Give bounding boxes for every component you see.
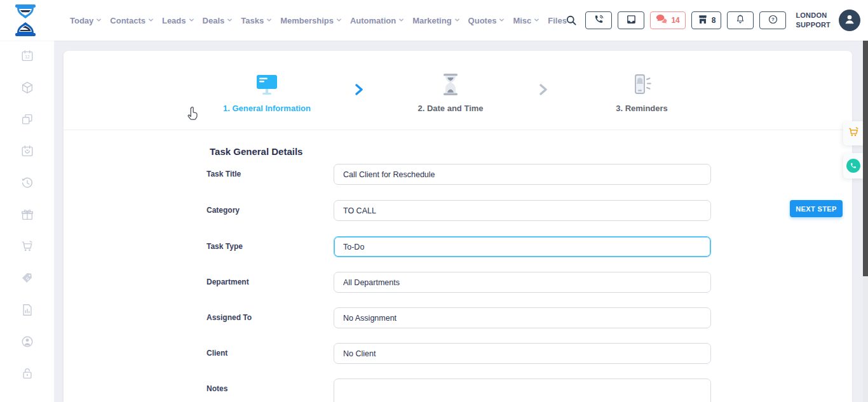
nav-item-quotes[interactable]: Quotes (468, 16, 505, 25)
sidebar-item-history[interactable] (19, 177, 36, 191)
scrollbar-thumb[interactable] (863, 41, 868, 276)
chevron-down-icon (189, 17, 194, 23)
monitor-icon (191, 74, 343, 98)
task-title-input[interactable] (334, 164, 711, 185)
field-label-category: Category (207, 206, 240, 215)
store-button[interactable]: 8 (691, 11, 722, 29)
wizard-step-date-and-time[interactable]: 2. Date and Time (374, 74, 527, 113)
chevron-down-icon (266, 17, 272, 23)
chevron-down-icon (227, 17, 233, 23)
report-icon (20, 303, 34, 319)
scrollbar-track[interactable] (863, 41, 868, 402)
history-icon (20, 176, 34, 192)
avatar[interactable] (839, 10, 860, 31)
user-circle-icon (20, 335, 34, 351)
sidebar-item-bookings[interactable] (19, 145, 36, 159)
nav-label: Contacts (110, 16, 146, 25)
avatar-person-icon (843, 12, 857, 29)
department-input[interactable] (334, 272, 711, 293)
notifications-button[interactable] (727, 11, 754, 29)
hourglass-icon (374, 74, 527, 98)
lock-icon (20, 366, 34, 383)
next-step-button[interactable]: NEXT STEP (790, 200, 843, 217)
account-name-line2: SUPPORT (796, 20, 831, 30)
floating-cart-button[interactable] (843, 121, 864, 145)
field-label-task-title: Task Title (207, 170, 241, 178)
phone-icon (846, 159, 860, 173)
inbox-button[interactable] (618, 11, 644, 29)
chevron-down-icon (499, 17, 505, 23)
sidebar-item-shop[interactable] (19, 241, 36, 255)
topbar: Today Contacts Leads Deals Tasks Members… (0, 0, 868, 41)
task-type-input[interactable] (334, 236, 711, 257)
sidebar-item-staff[interactable] (19, 336, 36, 350)
cart-icon (847, 126, 860, 141)
nav-item-marketing[interactable]: Marketing (412, 16, 459, 25)
nav-item-tasks[interactable]: Tasks (241, 16, 272, 25)
search-icon[interactable] (564, 13, 578, 27)
main-nav: Today Contacts Leads Deals Tasks Members… (70, 0, 567, 41)
chevron-down-icon (96, 17, 102, 23)
call-button[interactable] (585, 11, 612, 29)
field-label-department: Department (207, 278, 249, 286)
nav-item-today[interactable]: Today (70, 16, 102, 25)
assigned-to-input[interactable] (334, 307, 711, 328)
chevron-down-icon (454, 17, 460, 23)
help-button[interactable]: ? (759, 11, 786, 29)
field-label-notes: Notes (207, 384, 227, 393)
gift-icon (20, 208, 34, 224)
bell-icon (735, 14, 745, 27)
chat-button[interactable]: 14 (650, 11, 685, 29)
category-input[interactable] (334, 200, 711, 221)
nav-label: Tasks (241, 16, 264, 25)
chevron-down-icon (336, 17, 342, 23)
nav-item-automation[interactable]: Automation (350, 16, 404, 25)
layers-icon (20, 112, 34, 129)
cart-icon (20, 239, 34, 256)
inbox-icon (626, 14, 637, 27)
nav-label: Today (70, 16, 93, 25)
client-input[interactable] (334, 343, 711, 364)
sidebar-item-calendar[interactable]: 12 (19, 50, 36, 64)
phone-ring-icon (566, 74, 718, 98)
sidebar-item-rewards[interactable] (19, 209, 36, 223)
chevron-down-icon (148, 17, 154, 23)
calendar-event-icon (20, 144, 34, 161)
app-logo-hourglass-icon[interactable] (9, 3, 42, 38)
sidebar-item-reports[interactable] (19, 304, 36, 318)
help-icon: ? (768, 14, 778, 27)
floating-call-button[interactable] (843, 153, 864, 178)
cube-icon (20, 81, 34, 97)
sidebar-item-pricing[interactable] (19, 272, 36, 286)
nav-label: Deals (203, 16, 225, 25)
chevron-right-icon (538, 84, 548, 98)
nav-item-misc[interactable]: Misc (513, 16, 539, 25)
chevron-right-icon (354, 84, 364, 98)
field-label-assigned-to: Assigned To (207, 313, 252, 322)
nav-label: Quotes (468, 16, 497, 25)
nav-label: Marketing (412, 16, 451, 25)
chat-bubbles-icon (656, 14, 668, 27)
nav-label: Misc (513, 16, 531, 25)
nav-item-deals[interactable]: Deals (203, 16, 233, 25)
sidebar-item-duplicates[interactable] (19, 114, 36, 128)
wizard-step-label: 1. General Information (191, 104, 343, 113)
svg-text:?: ? (771, 17, 775, 22)
wizard-step-reminders[interactable]: 3. Reminders (566, 74, 718, 113)
wizard-step-general-information[interactable]: 1. General Information (191, 74, 343, 113)
sidebar-item-products[interactable] (19, 82, 36, 96)
topbar-actions: 14 8 ? LONDON SUPPORT (564, 0, 860, 41)
nav-item-memberships[interactable]: Memberships (280, 16, 342, 25)
notes-textarea[interactable] (334, 379, 711, 402)
field-label-client: Client (207, 349, 227, 358)
form-title: Task General Details (210, 146, 302, 157)
chevron-down-icon (534, 17, 539, 23)
sidebar-item-security[interactable] (19, 368, 36, 382)
tags-icon (20, 271, 34, 288)
nav-label: Leads (162, 16, 186, 25)
chevron-down-icon (398, 17, 404, 23)
call-icon (593, 14, 604, 27)
field-label-task-type: Task Type (207, 242, 243, 251)
nav-item-contacts[interactable]: Contacts (110, 16, 154, 25)
nav-item-leads[interactable]: Leads (162, 16, 194, 25)
